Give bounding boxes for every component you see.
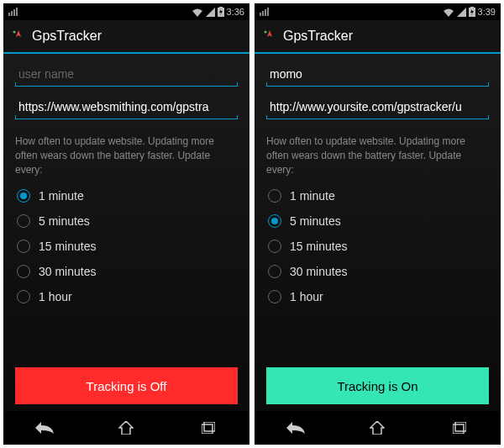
radio-icon bbox=[17, 214, 30, 228]
radio-icon bbox=[268, 214, 281, 228]
username-field-wrap bbox=[15, 62, 238, 87]
svg-point-7 bbox=[265, 31, 267, 34]
svg-rect-6 bbox=[470, 7, 474, 8]
username-input[interactable] bbox=[15, 62, 238, 87]
status-right: 3:39 bbox=[443, 7, 496, 17]
battery-icon bbox=[469, 7, 475, 17]
radio-label: 1 minute bbox=[39, 189, 84, 203]
svg-rect-9 bbox=[455, 422, 466, 431]
radio-icon bbox=[268, 240, 281, 253]
radio-icon bbox=[17, 290, 30, 303]
interval-option[interactable]: 15 minutes bbox=[15, 235, 238, 257]
status-right: 3:36 bbox=[192, 7, 244, 17]
interval-radio-group: 1 minute5 minutes15 minutes30 minutes1 h… bbox=[266, 185, 489, 308]
app-bar: GpsTracker bbox=[3, 20, 249, 54]
url-input[interactable] bbox=[15, 95, 238, 119]
app-icon bbox=[10, 28, 27, 45]
wifi-icon bbox=[443, 8, 454, 17]
nav-bar bbox=[3, 411, 249, 445]
content-area: How often to update website. Updating mo… bbox=[255, 54, 501, 411]
svg-point-2 bbox=[13, 31, 16, 34]
battery-icon bbox=[218, 7, 224, 17]
signal-icon bbox=[8, 8, 18, 16]
radio-label: 5 minutes bbox=[290, 214, 341, 228]
phone-screen-left: 3:36 GpsTracker How often to update webs… bbox=[3, 3, 249, 445]
interval-option[interactable]: 15 minutes bbox=[266, 235, 489, 257]
help-text: How often to update website. Updating mo… bbox=[15, 134, 238, 177]
svg-rect-1 bbox=[219, 7, 223, 8]
interval-option[interactable]: 5 minutes bbox=[15, 210, 238, 232]
url-input[interactable] bbox=[266, 95, 489, 119]
wifi-icon bbox=[192, 8, 203, 17]
radio-label: 1 hour bbox=[39, 290, 72, 303]
recents-button[interactable] bbox=[434, 416, 485, 440]
interval-option[interactable]: 1 minute bbox=[15, 185, 238, 207]
radio-label: 15 minutes bbox=[290, 240, 347, 253]
svg-rect-8 bbox=[453, 424, 464, 434]
help-text: How often to update website. Updating mo… bbox=[266, 134, 489, 177]
radio-label: 5 minutes bbox=[39, 214, 90, 228]
radio-icon bbox=[17, 240, 30, 253]
app-bar: GpsTracker bbox=[255, 20, 501, 54]
tracking-toggle-button[interactable]: Tracking is Off bbox=[15, 367, 238, 404]
phone-screen-right: 3:39 GpsTracker How often to update webs… bbox=[255, 3, 501, 445]
nav-bar bbox=[255, 411, 501, 445]
cell-icon bbox=[457, 8, 466, 17]
url-field-wrap bbox=[15, 95, 238, 119]
tracking-toggle-button[interactable]: Tracking is On bbox=[266, 367, 489, 404]
interval-option[interactable]: 30 minutes bbox=[266, 261, 489, 282]
radio-icon bbox=[268, 290, 281, 303]
cell-icon bbox=[206, 8, 215, 17]
radio-label: 1 minute bbox=[290, 189, 335, 203]
radio-icon bbox=[268, 189, 281, 203]
back-button[interactable] bbox=[19, 416, 70, 440]
url-field-wrap bbox=[266, 95, 489, 119]
app-icon bbox=[261, 28, 278, 45]
radio-label: 30 minutes bbox=[290, 265, 347, 278]
recents-button[interactable] bbox=[183, 416, 234, 440]
signal-icon bbox=[260, 8, 269, 16]
status-left bbox=[260, 8, 269, 16]
radio-label: 1 hour bbox=[290, 290, 323, 303]
username-field-wrap bbox=[266, 62, 489, 87]
svg-rect-4 bbox=[204, 422, 215, 431]
clock: 3:39 bbox=[478, 7, 496, 17]
app-title: GpsTracker bbox=[283, 29, 353, 44]
interval-radio-group: 1 minute5 minutes15 minutes30 minutes1 h… bbox=[15, 185, 238, 308]
interval-option[interactable]: 1 hour bbox=[15, 286, 238, 308]
interval-option[interactable]: 30 minutes bbox=[15, 261, 238, 282]
interval-option[interactable]: 1 hour bbox=[266, 286, 489, 308]
interval-option[interactable]: 5 minutes bbox=[266, 210, 489, 232]
content-area: How often to update website. Updating mo… bbox=[3, 54, 249, 411]
interval-option[interactable]: 1 minute bbox=[266, 185, 489, 207]
radio-icon bbox=[17, 189, 30, 203]
radio-icon bbox=[268, 265, 281, 278]
svg-rect-3 bbox=[202, 424, 213, 434]
radio-label: 15 minutes bbox=[39, 240, 96, 253]
radio-icon bbox=[17, 265, 30, 278]
username-input[interactable] bbox=[266, 62, 489, 87]
status-left bbox=[8, 8, 18, 16]
home-button[interactable] bbox=[352, 416, 402, 440]
radio-label: 30 minutes bbox=[39, 265, 96, 278]
home-button[interactable] bbox=[101, 416, 151, 440]
status-bar: 3:39 bbox=[255, 3, 501, 20]
status-bar: 3:36 bbox=[3, 3, 249, 20]
app-title: GpsTracker bbox=[32, 29, 102, 44]
clock: 3:36 bbox=[227, 7, 244, 17]
back-button[interactable] bbox=[270, 416, 321, 440]
